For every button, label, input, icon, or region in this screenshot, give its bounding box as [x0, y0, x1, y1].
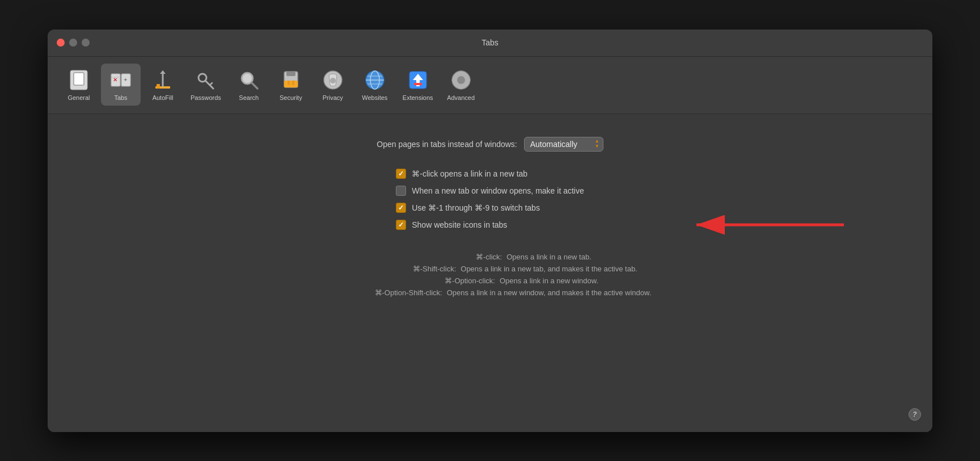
website-icons-label: Show website icons in tabs [412, 220, 507, 229]
open-pages-label: Open pages in tabs instead of windows: [377, 140, 517, 149]
svg-rect-36 [466, 79, 470, 81]
svg-text:+: + [124, 76, 127, 83]
extensions-icon [406, 68, 430, 92]
red-arrow-annotation [668, 213, 850, 236]
privacy-icon [321, 68, 345, 92]
toolbar-item-search[interactable]: Search [229, 64, 269, 106]
svg-line-13 [210, 83, 212, 85]
content-area: Open pages in tabs instead of windows: A… [48, 114, 932, 432]
shortcut-key-3: ⌘-Option-click: [382, 276, 495, 285]
shortcut-cmd-shift-click: ⌘-Shift-click: Opens a link in a new tab… [343, 265, 637, 273]
passwords-label: Passwords [191, 94, 221, 101]
autofill-icon [151, 68, 175, 92]
toolbar-item-advanced[interactable]: Advanced [441, 64, 481, 106]
new-tab-label: When a new tab or window opens, make it … [412, 186, 584, 195]
svg-point-32 [457, 76, 465, 84]
general-icon [67, 68, 91, 92]
maximize-button[interactable] [82, 39, 90, 47]
shortcut-cmd-option-click: ⌘-Option-click: Opens a link in a new wi… [382, 276, 598, 285]
shortcut-cmd-option-shift-click: ⌘-Option-Shift-click: Opens a link in a … [329, 288, 652, 297]
svg-rect-34 [460, 85, 462, 89]
checkboxes-section: ⌘-click opens a link in a new tab When a… [396, 169, 584, 230]
shortcut-desc-2: Opens a link in a new tab, and makes it … [461, 265, 637, 273]
shortcut-desc-4: Opens a link in a new window, and makes … [447, 288, 652, 297]
websites-icon [363, 68, 387, 92]
toolbar-item-extensions[interactable]: Extensions [397, 64, 439, 106]
toolbar-item-security[interactable]: Security [271, 64, 311, 106]
privacy-label: Privacy [323, 94, 343, 101]
cmd-click-checkbox[interactable] [396, 169, 406, 179]
svg-rect-21 [286, 72, 295, 76]
shortcuts-section: ⌘-click: Opens a link in a new tab. ⌘-Sh… [82, 253, 898, 297]
svg-rect-33 [460, 71, 462, 75]
shortcut-desc-1: Opens a link in a new tab. [506, 253, 592, 261]
extensions-label: Extensions [403, 94, 433, 101]
switch-tabs-checkbox[interactable] [396, 203, 406, 213]
toolbar-item-websites[interactable]: Websites [355, 64, 395, 106]
svg-rect-19 [288, 81, 290, 85]
checkbox-row-cmd-click: ⌘-click opens a link in a new tab [396, 169, 527, 179]
tabs-icon: ✕ + [109, 68, 133, 92]
security-icon [279, 68, 303, 92]
website-icons-checkbox[interactable] [396, 220, 406, 230]
svg-rect-18 [284, 81, 298, 87]
shortcut-desc-3: Opens a link in a new window. [500, 276, 598, 285]
shortcut-key-4: ⌘-Option-Shift-click: [329, 288, 442, 297]
search-icon [237, 68, 261, 92]
tabs-label: Tabs [114, 94, 127, 101]
cmd-click-label: ⌘-click opens a link in a new tab [412, 169, 527, 178]
open-pages-setting: Open pages in tabs instead of windows: A… [82, 137, 898, 152]
preferences-window: Tabs General ✕ + [48, 30, 932, 432]
help-button[interactable]: ? [909, 408, 921, 421]
svg-marker-9 [160, 70, 166, 74]
new-tab-checkbox[interactable] [396, 186, 406, 196]
window-title: Tabs [481, 38, 499, 47]
passwords-icon [194, 68, 218, 92]
shortcut-key-1: ⌘-click: [388, 253, 502, 261]
advanced-label: Advanced [447, 94, 475, 101]
dropdown-arrows-icon: ▲ ▼ [595, 139, 599, 149]
close-button[interactable] [57, 39, 65, 47]
toolbar-item-passwords[interactable]: Passwords [185, 64, 227, 106]
advanced-icon [449, 68, 473, 92]
svg-rect-20 [292, 81, 294, 85]
toolbar-item-privacy[interactable]: Privacy [313, 64, 353, 106]
svg-rect-1 [74, 73, 84, 85]
dropdown-value: Automatically [530, 140, 577, 149]
shortcut-key-2: ⌘-Shift-click: [343, 265, 456, 273]
switch-tabs-label: Use ⌘-1 through ⌘-9 to switch tabs [412, 203, 540, 212]
tabs-dropdown[interactable]: Automatically ▲ ▼ [524, 137, 603, 152]
svg-point-15 [243, 74, 252, 83]
toolbar-item-general[interactable]: General [59, 64, 99, 106]
toolbar: General ✕ + Tabs [48, 57, 932, 114]
checkbox-row-new-tab: When a new tab or window opens, make it … [396, 186, 584, 196]
websites-label: Websites [362, 94, 387, 101]
toolbar-item-autofill[interactable]: AutoFill [143, 64, 183, 106]
checkbox-row-switch-tabs: Use ⌘-1 through ⌘-9 to switch tabs [396, 203, 540, 213]
svg-text:✕: ✕ [113, 77, 117, 83]
svg-line-12 [205, 81, 213, 89]
autofill-label: AutoFill [153, 94, 174, 101]
minimize-button[interactable] [69, 39, 77, 47]
svg-line-16 [252, 83, 257, 89]
traffic-lights [57, 39, 90, 47]
titlebar: Tabs [48, 30, 932, 57]
search-label: Search [239, 94, 259, 101]
svg-point-23 [330, 78, 336, 83]
toolbar-item-tabs[interactable]: ✕ + Tabs [101, 64, 141, 106]
checkbox-row-website-icons: Show website icons in tabs [396, 220, 507, 230]
svg-rect-10 [157, 84, 160, 89]
general-label: General [67, 94, 90, 101]
svg-rect-35 [452, 79, 456, 81]
security-label: Security [280, 94, 302, 101]
shortcut-cmd-click: ⌘-click: Opens a link in a new tab. [388, 253, 592, 261]
